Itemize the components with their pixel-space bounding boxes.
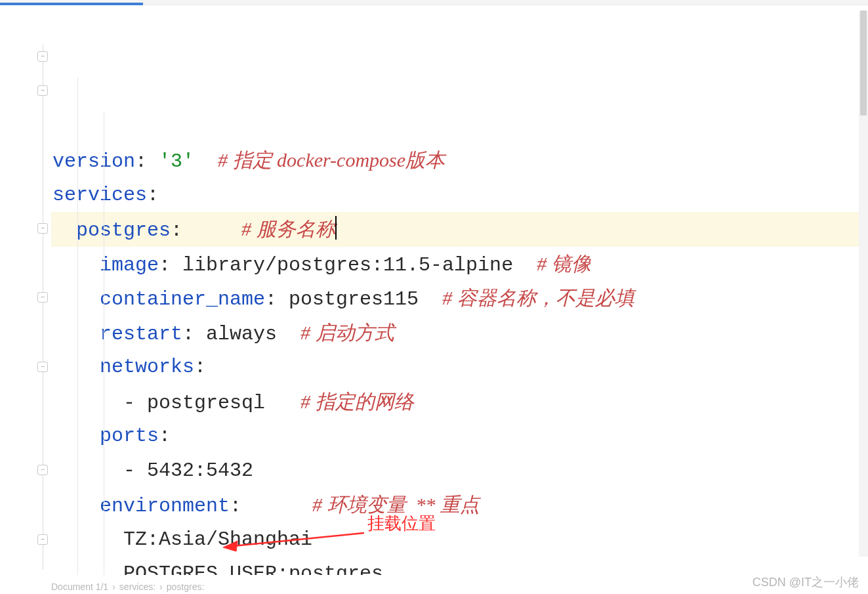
fold-toggle-icon[interactable]	[37, 362, 48, 372]
fold-column[interactable]	[35, 5, 51, 575]
code-line[interactable]: - 5432:5432	[51, 454, 868, 488]
fold-toggle-icon[interactable]	[37, 465, 48, 475]
code-line[interactable]: - postgresql # 指定的网络	[51, 385, 868, 419]
code-line[interactable]: postgres: # 服务名称	[51, 212, 868, 247]
watermark: CSDN @IT之一小佬	[753, 574, 859, 590]
code-line[interactable]: networks:	[51, 350, 868, 385]
code-line[interactable]: ports:	[51, 419, 868, 454]
breadcrumb-segment[interactable]: services:	[119, 582, 155, 592]
fold-toggle-icon[interactable]	[37, 51, 48, 62]
vertical-scrollbar[interactable]	[859, 11, 868, 557]
gutter	[0, 5, 51, 575]
code-line[interactable]: POSTGRES_USER:postgres	[51, 557, 868, 575]
code-line[interactable]: image: library/postgres:11.5-alpine # 镜像	[51, 247, 868, 282]
indent-guide	[104, 112, 104, 575]
breadcrumb-segment[interactable]: postgres:	[167, 582, 205, 592]
text-cursor	[335, 216, 337, 240]
fold-toggle-icon[interactable]	[37, 223, 48, 234]
code-line[interactable]: version: '3' # 指定 docker-compose版本	[51, 143, 868, 178]
code-area[interactable]: version: '3' # 指定 docker-compose版本servic…	[51, 5, 868, 575]
tab-strip	[0, 0, 868, 5]
annotation-label: 挂载位置	[367, 512, 436, 535]
indent-guide	[77, 77, 78, 575]
svg-marker-1	[223, 541, 238, 551]
code-line[interactable]: TZ:Asia/Shanghai	[51, 522, 868, 557]
editor[interactable]: version: '3' # 指定 docker-compose版本servic…	[0, 5, 868, 575]
breadcrumb-segment[interactable]: Document 1/1	[51, 582, 108, 592]
fold-guide	[43, 45, 43, 570]
fold-toggle-icon[interactable]	[37, 85, 48, 96]
breadcrumb[interactable]: Document 1/1› services:› postgres:	[51, 580, 204, 594]
code-line[interactable]: container_name: postgres115 # 容器名称，不是必填	[51, 281, 868, 316]
annotation-arrow-icon	[223, 529, 367, 555]
fold-toggle-icon[interactable]	[37, 292, 48, 303]
code-line[interactable]: restart: always # 启动方式	[51, 316, 868, 350]
fold-toggle-icon[interactable]	[37, 534, 48, 545]
code-line[interactable]: services:	[51, 178, 868, 213]
svg-line-0	[233, 533, 364, 546]
scrollbar-thumb[interactable]	[860, 11, 867, 116]
code-line[interactable]: environment: # 环境变量 ** 重点	[51, 488, 868, 522]
